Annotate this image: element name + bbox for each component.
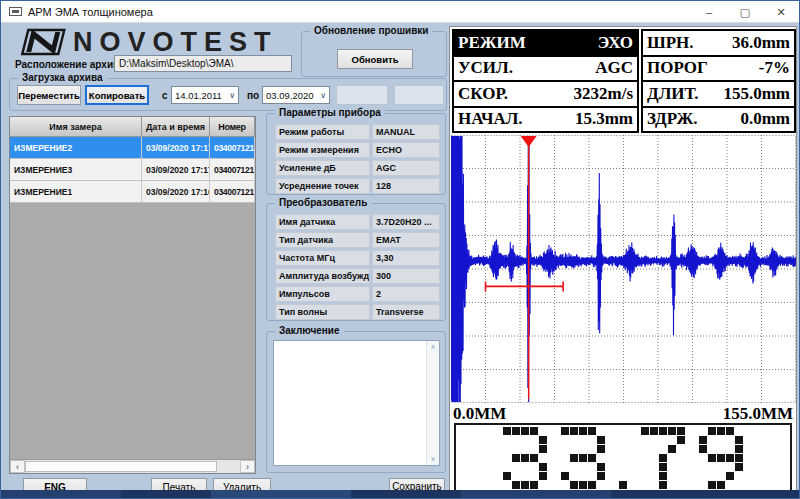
transducer-group-label: Преобразователь	[275, 197, 371, 208]
scope-param-row[interactable]: ЗДРЖ.0.0mm	[643, 108, 794, 132]
scope-param-label: ЗДРЖ.	[647, 109, 697, 129]
conclusion-group: Заключение ∧ ∨	[266, 331, 446, 473]
dot-matrix-char	[619, 427, 628, 490]
transducer-param-value[interactable]: EMAT	[372, 232, 440, 248]
horizontal-scrollbar[interactable]: ‹ ›	[10, 459, 255, 473]
transducer-param-row: Амплитуда возбужде...300	[275, 268, 440, 284]
device-param-row: Усреднение точек128	[275, 178, 440, 194]
minimize-button[interactable]: –	[691, 1, 727, 23]
title-bar: АРМ ЭМА толщиномера – ▢ ✕	[1, 1, 799, 23]
date-to-select[interactable]: 03.09.2020 ∨	[262, 86, 330, 104]
measurement-table-header: Имя замераДата и времяНомер	[10, 117, 255, 137]
scope-param-value: 0.0mm	[740, 109, 790, 129]
device-param-row: Усиление дБAGC	[275, 160, 440, 176]
chevron-down-icon: ∨	[229, 91, 235, 100]
conclusion-group-label: Заключение	[275, 325, 344, 336]
scrollbar-thumb[interactable]	[25, 461, 217, 472]
copy-button[interactable]: Копировать	[85, 85, 149, 105]
measurement-name: ИЗМЕРЕНИЕ1	[10, 181, 142, 202]
table-row[interactable]: ИЗМЕРЕНИЕ103/09/2020 17:160340071219	[10, 181, 255, 203]
measurement-number: 0340071219	[210, 159, 255, 180]
svg-text:NOVOTEST: NOVOTEST	[73, 27, 278, 57]
novotest-logo-graphic: NOVOTEST	[17, 27, 307, 57]
scope-param-row[interactable]: РЕЖИМЭХО	[454, 31, 637, 57]
device-param-value[interactable]: AGC	[372, 160, 440, 176]
device-param-value[interactable]: ECHO	[372, 142, 440, 158]
vertical-scrollbar[interactable]: ∧ ∨	[426, 341, 439, 465]
dot-matrix-char	[699, 427, 744, 490]
date-from-select[interactable]: 14.01.2011 ∨	[171, 86, 239, 104]
transducer-param-label: Тип волны	[275, 304, 370, 320]
transducer-param-label: Импульсов	[275, 286, 370, 302]
transducer-param-label: Тип датчика	[275, 232, 370, 248]
column-header-1[interactable]: Имя замера	[10, 117, 142, 137]
table-row[interactable]: ИЗМЕРЕНИЕ203/09/2020 17:170340071219	[10, 137, 255, 159]
date-to-label: по	[247, 90, 259, 101]
taskbar[interactable]	[1, 490, 799, 498]
column-header-3[interactable]: Номер	[210, 117, 255, 137]
transducer-param-value[interactable]: 3,30	[372, 250, 440, 266]
archive-path-label: Расположение архива:	[15, 59, 128, 70]
dot-matrix-char	[503, 427, 548, 490]
measurement-name: ИЗМЕРЕНИЕ3	[10, 159, 142, 180]
conclusion-textarea[interactable]: ∧ ∨	[273, 340, 440, 466]
scope-param-row[interactable]: УСИЛ.AGC	[454, 57, 637, 83]
scope-param-value: 3232m/s	[574, 84, 634, 104]
transducer-param-value[interactable]: 3.7D20H20 ...	[372, 214, 440, 230]
measurement-datetime: 03/09/2020 17:17	[142, 159, 210, 180]
disabled-field-2	[394, 85, 444, 105]
x-axis-min-label: 0.0MM	[453, 404, 506, 424]
waveform-plot[interactable]	[451, 135, 796, 403]
scope-param-row[interactable]: ПОРОГ-7%	[643, 57, 794, 83]
scope-param-value: 15.3mm	[575, 109, 633, 129]
device-params-group: Параметры прибора Режим работыMANUALРежи…	[266, 113, 446, 195]
scope-param-label: РЕЖИМ	[458, 33, 526, 53]
transducer-param-label: Частота МГц	[275, 250, 370, 266]
device-param-label: Усреднение точек	[275, 178, 370, 194]
measurement-datetime: 03/09/2020 17:17	[142, 137, 210, 158]
scope-param-row[interactable]: СКОР.3232m/s	[454, 82, 637, 108]
device-param-row: Режим работыMANUAL	[275, 124, 440, 140]
scroll-down-icon[interactable]: ∨	[430, 453, 435, 465]
move-button[interactable]: Переместить	[17, 85, 81, 105]
scope-param-row[interactable]: НАЧАЛ.15.3mm	[454, 108, 637, 132]
transducer-param-label: Амплитуда возбужде...	[275, 268, 370, 284]
load-archive-group-label: Загрузка архива	[18, 72, 107, 83]
close-button[interactable]: ✕	[763, 1, 799, 23]
device-param-value[interactable]: MANUAL	[372, 124, 440, 140]
scope-param-value: ЭХО	[598, 33, 633, 53]
measurement-datetime: 03/09/2020 17:16	[142, 181, 210, 202]
scope-param-label: НАЧАЛ.	[458, 109, 523, 129]
x-axis-max-label: 155.0MM	[723, 404, 793, 424]
disabled-field-1	[336, 85, 388, 105]
transducer-param-row: Импульсов2	[275, 286, 440, 302]
chevron-down-icon: ∨	[320, 91, 326, 100]
update-firmware-button[interactable]: Обновить	[337, 49, 413, 69]
date-from-label: с	[162, 90, 168, 101]
scroll-up-icon[interactable]: ∧	[430, 341, 435, 353]
maximize-button[interactable]: ▢	[727, 1, 763, 23]
measurement-table-empty-area	[10, 203, 255, 459]
scroll-left-icon[interactable]: ‹	[10, 460, 25, 473]
scope-params-left: РЕЖИМЭХОУСИЛ.AGCСКОР.3232m/sНАЧАЛ.15.3mm	[452, 29, 639, 133]
scroll-right-icon[interactable]: ›	[240, 460, 255, 473]
transducer-group: Преобразователь Имя датчика3.7D20H20 ...…	[266, 203, 446, 321]
device-param-label: Режим измерения	[275, 142, 370, 158]
scope-param-value: 155.0mm	[723, 84, 790, 104]
device-param-value[interactable]: 128	[372, 178, 440, 194]
transducer-param-value[interactable]: Transverse	[372, 304, 440, 320]
scope-param-label: УСИЛ.	[458, 58, 513, 78]
archive-path-field[interactable]: D:\Maksim\Desktop\ЭМА\	[114, 55, 292, 72]
conclusion-text[interactable]	[274, 341, 426, 465]
firmware-group-label: Обновление прошивки	[310, 25, 432, 36]
firmware-group: Обновление прошивки Обновить	[301, 31, 447, 77]
transducer-param-row: Имя датчика3.7D20H20 ...	[275, 214, 440, 230]
transducer-param-value[interactable]: 300	[372, 268, 440, 284]
table-row[interactable]: ИЗМЕРЕНИЕ303/09/2020 17:170340071219	[10, 159, 255, 181]
column-header-2[interactable]: Дата и время	[142, 117, 210, 137]
dot-matrix-char	[641, 427, 686, 490]
scope-param-row[interactable]: ШРН.36.0mm	[643, 31, 794, 57]
transducer-param-value[interactable]: 2	[372, 286, 440, 302]
scope-param-label: ШРН.	[647, 33, 694, 53]
scope-param-row[interactable]: ДЛИТ.155.0mm	[643, 82, 794, 108]
